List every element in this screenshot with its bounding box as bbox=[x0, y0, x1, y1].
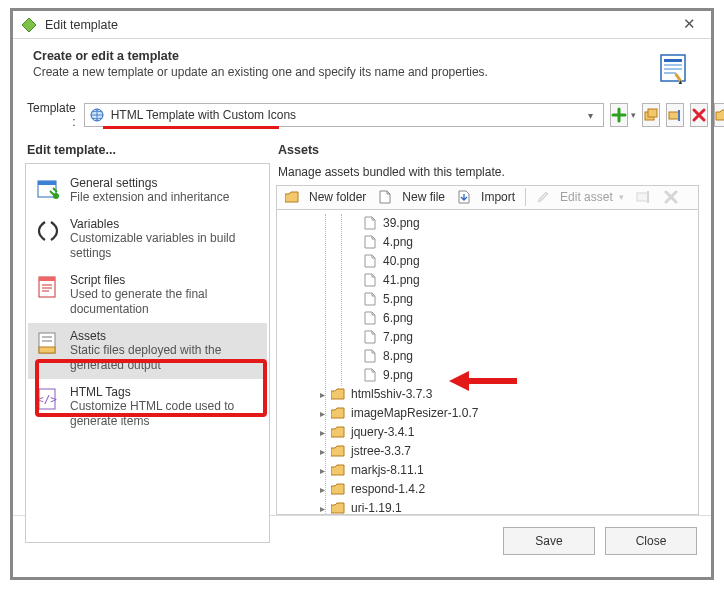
tree-folder-name: jstree-3.3.7 bbox=[351, 444, 411, 458]
nav-item-icon bbox=[34, 273, 62, 301]
svg-rect-5 bbox=[664, 72, 676, 74]
svg-marker-0 bbox=[22, 18, 36, 32]
tree-folder[interactable]: ▸jstree-3.3.7 bbox=[277, 442, 694, 461]
nav-item-icon bbox=[34, 217, 62, 245]
template-select[interactable]: HTML Template with Custom Icons ▾ bbox=[84, 103, 604, 127]
edit-asset-button: Edit asset ▾ bbox=[532, 188, 628, 206]
tree-folder[interactable]: ▸markjs-8.11.1 bbox=[277, 461, 694, 480]
tree-file[interactable]: 41.png bbox=[277, 271, 694, 290]
tree-folder[interactable]: ▸uri-1.19.1 bbox=[277, 499, 694, 515]
nav-item-desc: Customize HTML code used to generate ite… bbox=[70, 399, 261, 429]
svg-rect-27 bbox=[637, 193, 648, 201]
nav-item-icon bbox=[34, 176, 62, 204]
right-pane-title: Assets bbox=[278, 143, 699, 157]
tree-file[interactable]: 6.png bbox=[277, 309, 694, 328]
tree-folder[interactable]: ▸html5shiv-3.7.3 bbox=[277, 385, 694, 404]
header-title: Create or edit a template bbox=[33, 49, 657, 63]
tree-file-name: 4.png bbox=[383, 235, 413, 249]
nav-item-title: Assets bbox=[70, 329, 261, 343]
tree-file[interactable]: 9.png bbox=[277, 366, 694, 385]
template-selected-text: HTML Template with Custom Icons bbox=[111, 108, 583, 122]
new-folder-button[interactable]: New folder bbox=[281, 188, 370, 206]
tree-file-name: 9.png bbox=[383, 368, 413, 382]
tree-folder[interactable]: ▸respond-1.4.2 bbox=[277, 480, 694, 499]
svg-rect-14 bbox=[38, 181, 56, 185]
nav-item-icon bbox=[34, 329, 62, 357]
app-icon bbox=[21, 17, 37, 33]
tree-folder[interactable]: ▸imageMapResizer-1.0.7 bbox=[277, 404, 694, 423]
nav-item-script-files[interactable]: Script filesUsed to generate the final d… bbox=[28, 267, 267, 323]
duplicate-template-button[interactable] bbox=[642, 103, 660, 127]
dropdown-caret-icon: ▾ bbox=[631, 110, 636, 120]
nav-item-title: Variables bbox=[70, 217, 261, 231]
tree-folder-name: html5shiv-3.7.3 bbox=[351, 387, 432, 401]
globe-icon bbox=[89, 107, 105, 123]
open-folder-button[interactable] bbox=[714, 103, 724, 127]
svg-rect-12 bbox=[678, 110, 680, 121]
template-label: Template : bbox=[27, 101, 78, 129]
svg-rect-3 bbox=[664, 64, 682, 66]
tree-file-name: 40.png bbox=[383, 254, 420, 268]
expand-icon[interactable]: ▸ bbox=[315, 427, 329, 438]
expand-icon[interactable]: ▸ bbox=[315, 484, 329, 495]
delete-template-button[interactable] bbox=[690, 103, 708, 127]
edit-template-dialog: Edit template ✕ Create or edit a templat… bbox=[10, 8, 714, 580]
new-file-button[interactable]: New file bbox=[374, 188, 449, 206]
right-pane-subtitle: Manage assets bundled with this template… bbox=[278, 165, 699, 179]
template-logo-icon bbox=[657, 49, 693, 85]
expand-icon[interactable]: ▸ bbox=[315, 503, 329, 514]
nav-item-desc: Static files deployed with the generated… bbox=[70, 343, 261, 373]
nav-item-html-tags[interactable]: </>HTML TagsCustomize HTML code used to … bbox=[28, 379, 267, 435]
nav-item-title: General settings bbox=[70, 176, 229, 190]
svg-text:</>: </> bbox=[37, 393, 57, 406]
tree-file-name: 41.png bbox=[383, 273, 420, 287]
dialog-header: Create or edit a template Create a new t… bbox=[13, 39, 711, 91]
import-button[interactable]: Import bbox=[453, 188, 519, 206]
nav-item-desc: Customizable variables in build settings bbox=[70, 231, 261, 261]
nav-item-desc: File extension and inheritance bbox=[70, 190, 229, 205]
toolbar-separator bbox=[525, 188, 526, 206]
tree-file[interactable]: 5.png bbox=[277, 290, 694, 309]
tree-folder-name: markjs-8.11.1 bbox=[351, 463, 424, 477]
tree-file[interactable]: 8.png bbox=[277, 347, 694, 366]
tree-folder-name: respond-1.4.2 bbox=[351, 482, 425, 496]
tree-file[interactable]: 7.png bbox=[277, 328, 694, 347]
titlebar: Edit template ✕ bbox=[13, 11, 711, 39]
left-nav-list: General settingsFile extension and inher… bbox=[25, 163, 270, 543]
tree-file-name: 6.png bbox=[383, 311, 413, 325]
svg-rect-2 bbox=[664, 59, 682, 62]
chevron-down-icon: ▾ bbox=[583, 110, 599, 121]
tree-file-name: 8.png bbox=[383, 349, 413, 363]
tree-file[interactable]: 40.png bbox=[277, 252, 694, 271]
tree-file-name: 39.png bbox=[383, 216, 420, 230]
template-row: Template : HTML Template with Custom Ico… bbox=[13, 91, 711, 133]
nav-item-desc: Used to generate the final documentation bbox=[70, 287, 261, 317]
new-template-button[interactable] bbox=[610, 103, 628, 127]
tree-folder-name: uri-1.19.1 bbox=[351, 501, 402, 515]
tree-file-name: 5.png bbox=[383, 292, 413, 306]
expand-icon[interactable]: ▸ bbox=[315, 389, 329, 400]
assets-tree[interactable]: 39.png4.png40.png41.png5.png6.png7.png8.… bbox=[276, 209, 699, 515]
rename-template-button[interactable] bbox=[666, 103, 684, 127]
nav-item-title: Script files bbox=[70, 273, 261, 287]
expand-icon[interactable]: ▸ bbox=[315, 465, 329, 476]
svg-rect-24 bbox=[42, 340, 52, 342]
tree-folder-name: jquery-3.4.1 bbox=[351, 425, 414, 439]
delete-asset-button bbox=[660, 188, 682, 206]
rename-asset-button bbox=[632, 188, 656, 206]
save-button[interactable]: Save bbox=[503, 527, 595, 555]
svg-rect-4 bbox=[664, 68, 682, 70]
assets-toolbar: New folder New file Import Edit asset ▾ bbox=[276, 185, 699, 209]
expand-icon[interactable]: ▸ bbox=[315, 446, 329, 457]
expand-icon[interactable]: ▸ bbox=[315, 408, 329, 419]
nav-item-general-settings[interactable]: General settingsFile extension and inher… bbox=[28, 170, 267, 211]
nav-item-assets[interactable]: AssetsStatic files deployed with the gen… bbox=[28, 323, 267, 379]
close-button[interactable]: Close bbox=[605, 527, 697, 555]
nav-item-variables[interactable]: VariablesCustomizable variables in build… bbox=[28, 211, 267, 267]
svg-point-15 bbox=[53, 193, 59, 199]
tree-file[interactable]: 4.png bbox=[277, 233, 694, 252]
close-icon[interactable]: ✕ bbox=[675, 15, 703, 35]
svg-rect-28 bbox=[647, 191, 649, 203]
tree-folder[interactable]: ▸jquery-3.4.1 bbox=[277, 423, 694, 442]
tree-file[interactable]: 39.png bbox=[277, 214, 694, 233]
